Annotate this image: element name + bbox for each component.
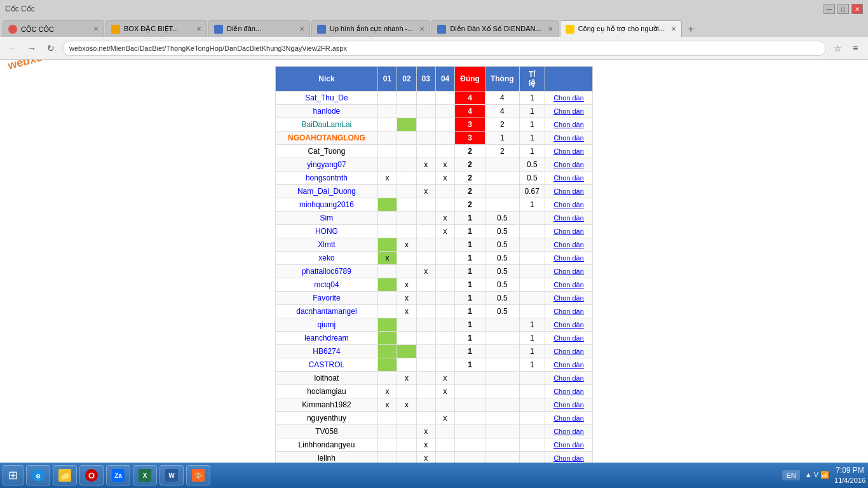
col-chon[interactable]: Chon dàn	[545, 438, 592, 452]
col-03	[416, 172, 435, 185]
chon-link[interactable]: Chon dàn	[553, 187, 584, 195]
chon-link[interactable]: Chon dàn	[553, 294, 584, 302]
col-chon[interactable]: Chon dàn	[545, 105, 592, 118]
tab-box[interactable]: BOX ĐẶC BIỆT... ✕	[105, 20, 207, 37]
col-chon[interactable]: Chon dàn	[545, 145, 592, 158]
chon-link[interactable]: Chon dàn	[553, 214, 584, 222]
chon-link[interactable]: Chon dàn	[553, 348, 584, 355]
tab-close-diendan[interactable]: ✕	[299, 25, 304, 32]
taskbar-indicators: ▲ V 📶	[805, 471, 829, 479]
col-chon[interactable]: Chon dàn	[545, 372, 592, 385]
col-03: x	[416, 452, 435, 463]
back-button[interactable]: ←	[5, 41, 20, 56]
col-chon[interactable]: Chon dàn	[545, 265, 592, 278]
col-chon[interactable]: Chon dàn	[545, 345, 592, 358]
url-bar[interactable]: webxoso.net/MienBac/DacBiet/ThongKeTongH…	[62, 41, 826, 56]
maximize-button[interactable]: □	[837, 4, 849, 14]
chon-link[interactable]: Chon dàn	[553, 147, 584, 155]
chon-link[interactable]: Chon dàn	[553, 441, 584, 449]
minimize-button[interactable]: ─	[824, 4, 835, 14]
bookmark-button[interactable]: ☆	[830, 41, 845, 56]
tab-close-congcu[interactable]: ✕	[671, 25, 676, 32]
chon-link[interactable]: Chon dàn	[553, 388, 584, 395]
chon-link[interactable]: Chon dàn	[553, 308, 584, 315]
chon-link[interactable]: Chon dàn	[553, 334, 584, 342]
menu-button[interactable]: ≡	[848, 41, 863, 56]
col-chon[interactable]: Chon dàn	[545, 225, 592, 238]
col-chon[interactable]: Chon dàn	[545, 198, 592, 212]
taskbar-folder[interactable]: 📁	[53, 465, 77, 485]
chon-link[interactable]: Chon dàn	[553, 134, 584, 142]
tab-close-xoso[interactable]: ✕	[548, 25, 553, 32]
col-thong	[485, 452, 519, 463]
chon-link[interactable]: Chon dàn	[553, 428, 584, 435]
tab-uphinh[interactable]: Up hình ảnh cực nhanh -... ✕	[311, 20, 430, 37]
col-chon[interactable]: Chon dàn	[545, 332, 592, 345]
tab-xoso[interactable]: Diễn Đàn Xổ Số DIENDAN... ✕	[431, 20, 558, 37]
col-chon[interactable]: Chon dàn	[545, 92, 592, 105]
tab-close-uphinh[interactable]: ✕	[419, 25, 424, 32]
chon-link[interactable]: Chon dàn	[553, 241, 584, 248]
col-chon[interactable]: Chon dàn	[545, 172, 592, 185]
chon-link[interactable]: Chon dàn	[553, 174, 584, 182]
forward-button[interactable]: →	[24, 41, 39, 56]
chon-link[interactable]: Chon dàn	[553, 161, 584, 168]
col-chon[interactable]: Chon dàn	[545, 305, 592, 318]
table-row: minhquang201621Chon dàn	[276, 198, 593, 212]
tab-diendan[interactable]: Diễn đàn... ✕	[208, 20, 310, 37]
chon-link[interactable]: Chon dàn	[553, 454, 584, 462]
taskbar-opera[interactable]: O	[79, 465, 104, 485]
chon-link[interactable]: Chon dàn	[553, 268, 584, 275]
col-chon[interactable]: Chon dàn	[545, 118, 592, 132]
col-chon[interactable]: Chon dàn	[545, 238, 592, 252]
taskbar-word[interactable]: W	[159, 465, 184, 485]
chon-link[interactable]: Chon dàn	[553, 107, 584, 115]
refresh-button[interactable]: ↻	[43, 41, 58, 56]
col-chon[interactable]: Chon dàn	[545, 278, 592, 292]
chon-link[interactable]: Chon dàn	[553, 94, 584, 102]
col-header-nick: Nick	[276, 67, 378, 92]
col-chon[interactable]: Chon dàn	[545, 252, 592, 265]
col-chon[interactable]: Chon dàn	[545, 318, 592, 332]
title-bar: Cốc Cốc ─ □ ✕	[0, 0, 868, 18]
chon-link[interactable]: Chon dàn	[553, 414, 584, 422]
table-row: hoclamgiauxxChon dàn	[276, 385, 593, 398]
chon-link[interactable]: Chon dàn	[553, 401, 584, 409]
col-chon[interactable]: Chon dàn	[545, 452, 592, 463]
taskbar-zalo[interactable]: Za	[106, 465, 130, 485]
chon-link[interactable]: Chon dàn	[553, 374, 584, 382]
chon-link[interactable]: Chon dàn	[553, 201, 584, 208]
window-controls[interactable]: ─ □ ✕	[824, 4, 863, 14]
chon-link[interactable]: Chon dàn	[553, 254, 584, 262]
col-chon[interactable]: Chon dàn	[545, 358, 592, 372]
chon-link[interactable]: Chon dàn	[553, 361, 584, 369]
col-chon[interactable]: Chon dàn	[545, 158, 592, 172]
taskbar-ie[interactable]: e	[26, 465, 50, 485]
tab-congcu[interactable]: Công cụ hỗ trợ cho người... ✕	[560, 20, 682, 37]
close-button[interactable]: ✕	[851, 4, 863, 14]
col-header-dung: Đúng	[455, 67, 485, 92]
col-01	[377, 278, 397, 292]
title-bar-left: Cốc Cốc	[5, 4, 35, 13]
new-tab-button[interactable]: +	[683, 22, 698, 37]
col-chon[interactable]: Chon dàn	[545, 132, 592, 145]
taskbar-excel[interactable]: X	[133, 465, 157, 485]
tab-close-coccoc[interactable]: ✕	[93, 25, 98, 32]
chon-link[interactable]: Chon dàn	[553, 227, 584, 235]
col-chon[interactable]: Chon dàn	[545, 212, 592, 225]
col-chon[interactable]: Chon dàn	[545, 292, 592, 305]
tab-coccoc[interactable]: CÔC CÔC ✕	[3, 20, 104, 37]
taskbar-paint[interactable]: 🎨	[186, 465, 210, 485]
col-chon[interactable]: Chon dàn	[545, 412, 592, 425]
chon-link[interactable]: Chon dàn	[553, 121, 584, 128]
col-tile: 1	[519, 332, 545, 345]
chon-link[interactable]: Chon dàn	[553, 281, 584, 288]
col-chon[interactable]: Chon dàn	[545, 425, 592, 438]
start-button[interactable]: ⊞	[3, 465, 24, 485]
chon-link[interactable]: Chon dàn	[553, 321, 584, 329]
col-chon[interactable]: Chon dàn	[545, 398, 592, 412]
col-02	[397, 332, 416, 345]
col-chon[interactable]: Chon dàn	[545, 385, 592, 398]
tab-close-box[interactable]: ✕	[196, 25, 201, 32]
col-chon[interactable]: Chon dàn	[545, 185, 592, 198]
